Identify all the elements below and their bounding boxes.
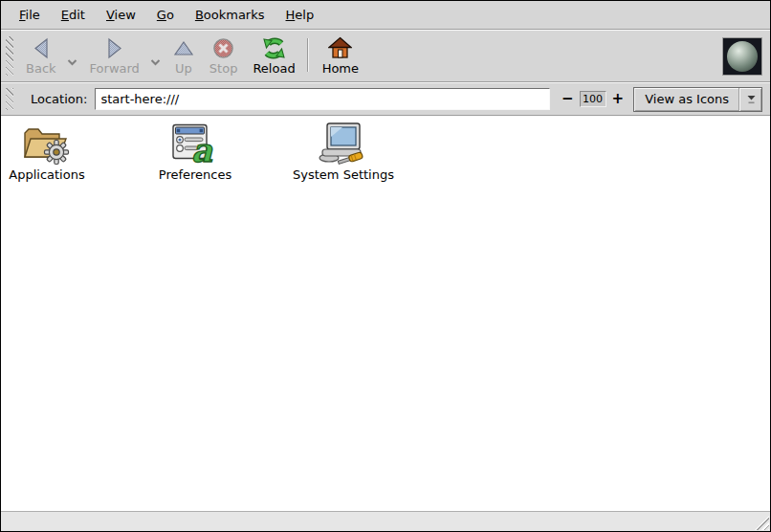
stop-button[interactable]: Stop <box>202 33 246 79</box>
zoom-in-button[interactable]: + <box>612 92 625 106</box>
location-bar: Location: − 100 + View as Icons <box>1 83 770 115</box>
view-as-label: View as Icons <box>645 92 729 106</box>
forward-history-dropdown[interactable] <box>148 57 163 68</box>
arrow-up-icon <box>173 35 194 60</box>
reload-button[interactable]: Reload <box>245 33 302 79</box>
computer-screwdriver-icon <box>317 122 370 166</box>
arrow-left-icon <box>32 35 51 60</box>
toolbar-grip-handle[interactable] <box>6 36 13 76</box>
location-label: Location: <box>31 92 87 106</box>
menu-edit[interactable]: Edit <box>51 3 96 27</box>
back-label: Back <box>26 62 56 76</box>
dropdown-indicator-icon <box>740 93 761 106</box>
stop-label: Stop <box>209 62 238 76</box>
file-manager-window: File Edit View Go Bookmarks Help Back Fo… <box>0 0 771 532</box>
back-history-dropdown[interactable] <box>65 57 79 68</box>
desktop-item-preferences[interactable]: a Preferences <box>143 122 248 182</box>
location-bar-grip-handle[interactable] <box>6 88 13 110</box>
nautilus-throbber-icon <box>722 37 762 76</box>
menu-bar: File Edit View Go Bookmarks Help <box>1 1 770 29</box>
menu-file[interactable]: File <box>9 3 51 27</box>
item-label: Applications <box>9 168 84 182</box>
folder-gear-icon <box>21 122 73 166</box>
preferences-capplet-icon: a <box>171 122 219 166</box>
icon-view-content: Applications a Preferences <box>1 117 770 511</box>
home-label: Home <box>322 62 359 76</box>
up-button[interactable]: Up <box>165 33 202 79</box>
back-button[interactable]: Back <box>18 33 64 79</box>
arrow-right-icon <box>105 35 124 60</box>
zoom-level-indicator: 100 <box>580 91 606 107</box>
view-as-dropdown[interactable]: View as Icons <box>633 87 762 112</box>
item-label: System Settings <box>293 168 394 182</box>
menu-view[interactable]: View <box>96 3 146 27</box>
up-label: Up <box>175 62 192 76</box>
home-button[interactable]: Home <box>315 33 366 79</box>
status-bar <box>1 511 770 531</box>
resize-grip-handle[interactable] <box>755 516 769 530</box>
chevron-down-icon <box>67 59 77 66</box>
chevron-down-icon <box>150 59 161 66</box>
stop-icon <box>212 35 234 60</box>
menu-bookmarks[interactable]: Bookmarks <box>185 3 275 27</box>
svg-text:a: a <box>191 131 213 166</box>
home-icon <box>328 35 352 60</box>
desktop-item-system-settings[interactable]: System Settings <box>291 122 396 182</box>
item-label: Preferences <box>159 168 231 182</box>
reload-label: Reload <box>253 62 295 76</box>
menu-go[interactable]: Go <box>146 3 185 27</box>
toolbar-separator <box>307 38 309 72</box>
reload-icon <box>261 35 287 60</box>
zoom-out-button[interactable]: − <box>562 92 574 106</box>
forward-button[interactable]: Forward <box>82 33 147 79</box>
toolbar: Back Forward Up <box>1 31 770 81</box>
desktop-item-applications[interactable]: Applications <box>0 122 99 182</box>
throbber-sphere <box>727 41 758 72</box>
zoom-controls: − 100 + <box>562 91 624 107</box>
location-input[interactable] <box>95 88 550 110</box>
forward-label: Forward <box>90 62 140 76</box>
menu-help[interactable]: Help <box>275 3 325 27</box>
